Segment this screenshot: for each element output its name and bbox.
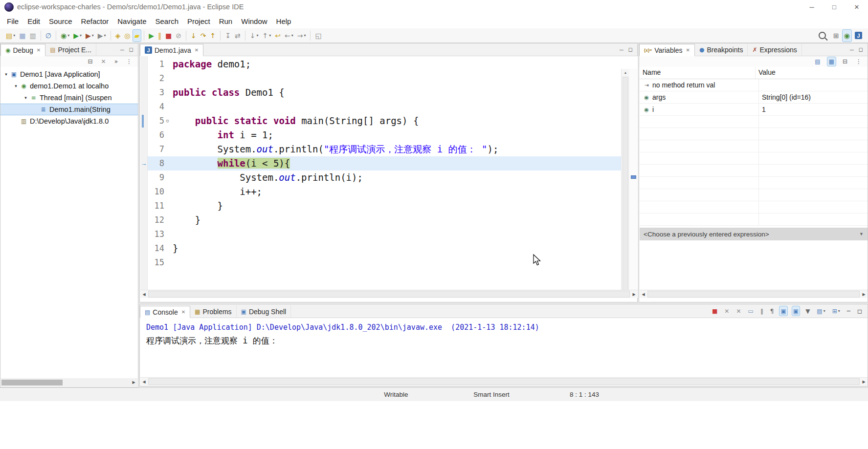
line-number[interactable]: 12: [148, 213, 164, 227]
show-console-on-stderr-button[interactable]: ▣: [792, 306, 800, 316]
view-menu-button[interactable]: ⋮: [854, 57, 864, 66]
line-number[interactable]: 13: [148, 227, 164, 241]
open-console-button[interactable]: ⊞▾: [831, 306, 842, 316]
debug-horizontal-scrollbar[interactable]: ▶: [1, 378, 137, 386]
debug-perspective-button[interactable]: ◉: [842, 29, 852, 42]
debug-view-layout-button[interactable]: »: [112, 57, 120, 66]
line-number[interactable]: 15: [148, 256, 164, 270]
overview-ruler[interactable]: [629, 69, 637, 290]
menu-file[interactable]: File: [2, 15, 23, 28]
variable-row-no-method-return-val[interactable]: ⇥no method return val: [640, 79, 868, 91]
print-button[interactable]: ▥: [27, 29, 38, 42]
minimize-view-button[interactable]: ─: [120, 47, 124, 53]
tree-item-thread-main-suspen[interactable]: ▾≡Thread [main] (Suspen: [0, 92, 138, 104]
search-button[interactable]: [816, 29, 830, 42]
coverage-button[interactable]: ▶▾: [84, 29, 96, 42]
code-line-15[interactable]: 15: [148, 256, 621, 270]
menu-search[interactable]: Search: [151, 15, 183, 28]
forward-button[interactable]: →▾: [295, 29, 308, 42]
menu-project[interactable]: Project: [183, 15, 215, 28]
terminate-button[interactable]: ■: [711, 306, 719, 316]
close-icon[interactable]: ✕: [37, 47, 41, 53]
menu-run[interactable]: Run: [215, 15, 237, 28]
step-return-button[interactable]: ↑: [208, 29, 218, 42]
pin-console-button[interactable]: ▼: [804, 306, 811, 316]
next-annotation-button[interactable]: ↓▾: [248, 29, 261, 42]
remove-launch-button[interactable]: ✕: [723, 306, 731, 316]
fold-marker-icon[interactable]: ⊖: [164, 114, 171, 128]
minimize-button[interactable]: ─: [846, 306, 852, 316]
console-tab-debug-shell[interactable]: ▣Debug Shell: [237, 305, 291, 318]
tree-item-demo1-main-string[interactable]: ≣Demo1.main(String: [0, 104, 138, 115]
open-perspective-button[interactable]: ⊞: [831, 29, 841, 42]
menu-help[interactable]: Help: [272, 15, 296, 28]
scrollbar-thumb[interactable]: [148, 378, 860, 385]
menu-refactor[interactable]: Refactor: [77, 15, 113, 28]
minimize-view-button[interactable]: ─: [850, 47, 854, 53]
code-line-14[interactable]: 14}: [148, 241, 621, 256]
view-menu-button[interactable]: ⋮: [124, 57, 134, 66]
open-search-button[interactable]: ◎: [122, 29, 132, 42]
close-icon[interactable]: ✕: [181, 309, 185, 315]
line-number[interactable]: 2: [148, 71, 164, 86]
scroll-right-icon[interactable]: ▶: [860, 380, 868, 384]
pin-editor-button[interactable]: ◱: [313, 29, 323, 42]
menu-window[interactable]: Window: [237, 15, 271, 28]
minimize-button[interactable]: ─: [801, 0, 823, 14]
word-wrap-button[interactable]: ¶: [769, 306, 776, 316]
collapse-all-button[interactable]: ⊟: [841, 57, 849, 66]
debug-tab-debug[interactable]: ◉Debug✕: [0, 44, 45, 56]
maximize-button[interactable]: ◻: [856, 306, 864, 316]
minimize-view-button[interactable]: ─: [620, 47, 623, 53]
resume-button[interactable]: ▶: [147, 29, 156, 42]
line-number[interactable]: 10: [148, 185, 164, 199]
scrollbar-thumb[interactable]: [647, 291, 860, 298]
scroll-right-icon[interactable]: ▶: [860, 292, 868, 297]
console-tab-console[interactable]: ▤Console✕: [140, 306, 190, 318]
line-number[interactable]: 9: [148, 171, 164, 185]
line-number[interactable]: 11: [148, 199, 164, 213]
save-button[interactable]: ▦: [17, 29, 27, 42]
editor-horizontal-scrollbar[interactable]: ◀ ▶: [140, 290, 638, 298]
line-number[interactable]: 8: [148, 156, 164, 171]
variables-tab-variables[interactable]: (x)=Variables✕: [639, 44, 695, 56]
close-button[interactable]: ✕: [846, 0, 868, 14]
code-line-4[interactable]: 4: [148, 100, 621, 114]
tree-item-demo1-java-application[interactable]: ▾▣Demo1 [Java Application]: [0, 68, 138, 80]
code-line-8[interactable]: 8 while(i < 5){: [148, 156, 621, 171]
collapse-all-button[interactable]: ⊟: [86, 57, 95, 66]
line-number[interactable]: 14: [148, 241, 164, 256]
remove-all-launches-button[interactable]: ✕: [734, 306, 742, 316]
back-button[interactable]: ←▾: [283, 29, 295, 42]
console-output-area[interactable]: Demo1 [Java Application] D:\Develop\Java…: [140, 318, 868, 377]
menu-edit[interactable]: Edit: [23, 15, 45, 28]
tree-item-d-develop-java-jdk1-8-0[interactable]: ▥D:\Develop\Java\jdk1.8.0: [0, 115, 138, 127]
code-editor[interactable]: → 1package demo1;23public class Demo1 {4…: [140, 56, 638, 290]
scroll-right-icon[interactable]: ▶: [130, 380, 137, 385]
code-line-2[interactable]: 2: [148, 71, 621, 86]
show-type-names-button[interactable]: ▤: [813, 57, 822, 66]
expression-hint-bar[interactable]: <Choose a previously entered expression>…: [640, 228, 868, 240]
console-horizontal-scrollbar[interactable]: ◀ ▶: [140, 377, 868, 385]
annotation-ruler[interactable]: [140, 56, 148, 290]
use-step-filters-button[interactable]: ⇄: [233, 29, 243, 42]
code-line-7[interactable]: 7 System.out.println("程序调试演示，注意观察 i 的值： …: [148, 142, 621, 156]
line-number[interactable]: 5: [148, 114, 164, 128]
code-line-11[interactable]: 11 }: [148, 199, 621, 213]
line-number[interactable]: 4: [148, 100, 164, 114]
variables-tab-breakpoints[interactable]: ●Breakpoints: [695, 43, 748, 56]
line-number[interactable]: 1: [148, 57, 164, 71]
line-number[interactable]: 6: [148, 128, 164, 142]
last-edit-location-button[interactable]: ↩: [273, 29, 283, 42]
menu-navigate[interactable]: Navigate: [113, 15, 151, 28]
display-selected-console-button[interactable]: ▤▾: [815, 306, 826, 316]
remove-all-terminated-button[interactable]: ✕: [99, 57, 108, 66]
code-line-10[interactable]: 10 i++;: [148, 185, 621, 199]
step-over-button[interactable]: ↷: [199, 29, 208, 42]
code-line-13[interactable]: 13: [148, 227, 621, 241]
close-icon[interactable]: ✕: [195, 47, 199, 53]
line-number[interactable]: 7: [148, 142, 164, 156]
column-header-name[interactable]: Name: [640, 67, 756, 79]
scroll-lock-button[interactable]: ∥: [759, 306, 765, 316]
code-line-6[interactable]: 6 int i = 1;: [148, 128, 621, 142]
